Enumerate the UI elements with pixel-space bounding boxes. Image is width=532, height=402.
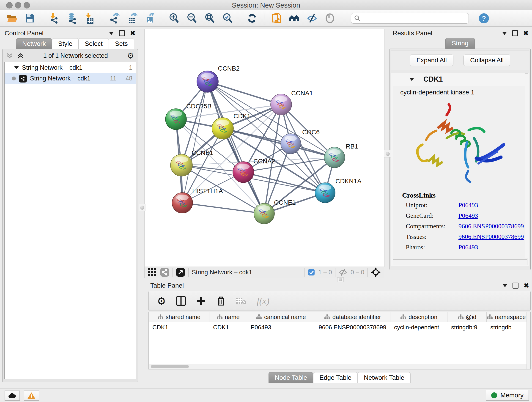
delete-table-icon[interactable] <box>235 297 247 305</box>
refresh-icon[interactable] <box>246 12 258 24</box>
memory-button[interactable]: Memory <box>486 390 529 401</box>
table-cell[interactable]: CDK1 <box>209 322 247 332</box>
edge-CCNB2-CCNA1[interactable] <box>208 82 281 104</box>
export-network-icon[interactable] <box>108 12 120 24</box>
import-network-file-icon[interactable] <box>48 12 60 24</box>
zoom-in-icon[interactable] <box>168 12 180 24</box>
table-cell[interactable]: stringdb:9... <box>447 322 487 332</box>
bottom-splitter-handle[interactable] <box>337 277 344 282</box>
column-header-description[interactable]: description <box>390 312 447 322</box>
expand-all-button[interactable]: Expand All <box>410 55 453 66</box>
node-CDK1[interactable] <box>212 118 234 139</box>
crosslink-value-link[interactable]: 9606.ENSP00000378699 <box>458 233 524 240</box>
edge-CCNB2-HIST1H1A[interactable] <box>182 82 208 203</box>
tab-edge-table[interactable]: Edge Table <box>313 372 358 383</box>
function-builder-icon[interactable]: f(x) <box>257 296 269 306</box>
column-header--id[interactable]: @id <box>447 312 487 322</box>
table-cell[interactable]: CDK1 <box>149 322 209 332</box>
node-CCNB1[interactable] <box>171 154 192 176</box>
right-splitter-handle[interactable] <box>384 150 391 157</box>
selected-checkbox-icon[interactable] <box>308 269 315 276</box>
left-splitter-handle[interactable] <box>139 204 146 211</box>
tree-expand-icon[interactable] <box>14 66 19 69</box>
detach-view-icon[interactable] <box>176 268 185 277</box>
homes-icon[interactable] <box>288 12 300 24</box>
tree-row-collection[interactable]: String Network – cdk11 <box>5 62 136 73</box>
node-CCNA1[interactable] <box>271 94 292 115</box>
export-image-icon[interactable] <box>144 12 156 24</box>
table-panel-float-icon[interactable] <box>513 283 519 288</box>
crosslink-value-link[interactable]: P06493 <box>458 201 478 209</box>
table-panel-collapse-icon[interactable] <box>502 284 507 287</box>
node-CCNB2[interactable] <box>197 71 218 92</box>
save-session-icon[interactable] <box>24 12 36 24</box>
column-header-namespace[interactable]: namespace <box>487 312 526 322</box>
share-document-icon[interactable] <box>270 12 282 24</box>
warning-status-button[interactable] <box>24 390 39 401</box>
tab-style[interactable]: Style <box>52 38 79 49</box>
show-selected-icon[interactable] <box>324 12 336 24</box>
table-row[interactable]: CDK1CDK1P064939606.ENSP00000378699cyclin… <box>149 322 530 332</box>
table-settings-gear-icon[interactable]: ⚙ <box>157 295 166 307</box>
edge-HIST1H1A-CCNE1[interactable] <box>182 203 264 214</box>
column-header-canonical-name[interactable]: canonical name <box>247 312 315 322</box>
export-table-icon[interactable] <box>126 12 138 24</box>
help-icon[interactable]: ? <box>478 12 490 24</box>
search-input[interactable] <box>361 15 469 22</box>
node-CCNE1[interactable] <box>254 203 274 224</box>
node-RB1[interactable] <box>324 147 345 168</box>
table-hscroll-thumb[interactable] <box>151 365 189 368</box>
zoom-out-icon[interactable] <box>186 12 198 24</box>
grid-view-icon[interactable] <box>148 268 157 277</box>
column-header-shared-name[interactable]: shared name <box>149 312 209 322</box>
zoom-selected-icon[interactable] <box>222 12 234 24</box>
show-columns-icon[interactable] <box>176 296 186 306</box>
network-view-mode-icon[interactable] <box>160 268 169 277</box>
tab-node-table[interactable]: Node Table <box>268 372 313 383</box>
expand-all-icon[interactable] <box>17 53 24 59</box>
control-panel-float-icon[interactable] <box>119 30 125 36</box>
zoom-fit-icon[interactable] <box>204 12 216 24</box>
collapse-all-icon[interactable] <box>6 53 13 59</box>
column-header-name[interactable]: name <box>209 312 247 322</box>
table-panel-close-icon[interactable]: ✖ <box>524 283 529 288</box>
control-panel-collapse-icon[interactable] <box>109 32 114 35</box>
table-cell[interactable]: cyclin-dependent ... <box>390 322 447 332</box>
results-panel-close-icon[interactable]: ✖ <box>523 31 529 36</box>
table-cell[interactable]: P06493 <box>247 322 315 332</box>
import-table-file-icon[interactable] <box>84 12 96 24</box>
gene-card-scrollbar[interactable] <box>393 259 527 265</box>
birdseye-navigator-icon[interactable] <box>371 268 380 277</box>
table-vscrollbar[interactable] <box>526 312 530 369</box>
network-view[interactable]: CCNB2CCNA1CDC25BCDK1CDC6RB1CCNB1CCNA2CDK… <box>144 29 385 267</box>
table-hscrollbar[interactable] <box>149 364 527 369</box>
crosslink-value-link[interactable]: P06493 <box>458 244 478 251</box>
search-box[interactable] <box>351 13 469 24</box>
import-network-database-icon[interactable] <box>66 12 78 24</box>
hide-selected-icon[interactable] <box>306 12 318 24</box>
tab-network[interactable]: Network <box>16 38 52 49</box>
node-CDKN1A[interactable] <box>315 183 335 203</box>
gene-collapse-icon[interactable] <box>409 78 414 81</box>
node-CDC6[interactable] <box>281 134 301 154</box>
collapse-all-button[interactable]: Collapse All <box>463 55 510 66</box>
delete-column-icon[interactable] <box>216 296 225 306</box>
results-panel-collapse-icon[interactable] <box>502 32 507 35</box>
node-CCNA2[interactable] <box>233 162 254 183</box>
tab-string[interactable]: String <box>445 38 475 49</box>
hidden-eye-icon[interactable] <box>339 269 347 276</box>
table-cell[interactable]: stringdb <box>487 322 526 332</box>
tab-network-table[interactable]: Network Table <box>358 372 411 383</box>
node-HIST1H1A[interactable] <box>172 192 193 213</box>
gene-card-vscrollbar[interactable] <box>525 73 528 258</box>
table-cell[interactable]: 9606.ENSP00000378699 <box>315 322 390 332</box>
tree-row-network[interactable]: String Network – cdk11148 <box>5 73 136 84</box>
node-CDC25B[interactable] <box>165 109 186 130</box>
results-panel-float-icon[interactable] <box>512 30 518 36</box>
crosslink-value-link[interactable]: P06493 <box>458 212 478 219</box>
add-column-icon[interactable] <box>196 296 206 306</box>
network-options-gear-icon[interactable]: ⚙ <box>127 51 134 60</box>
tab-select[interactable]: Select <box>79 38 109 49</box>
column-header-database-identifier[interactable]: database identifier <box>315 312 390 322</box>
cloud-status-button[interactable] <box>5 390 20 401</box>
